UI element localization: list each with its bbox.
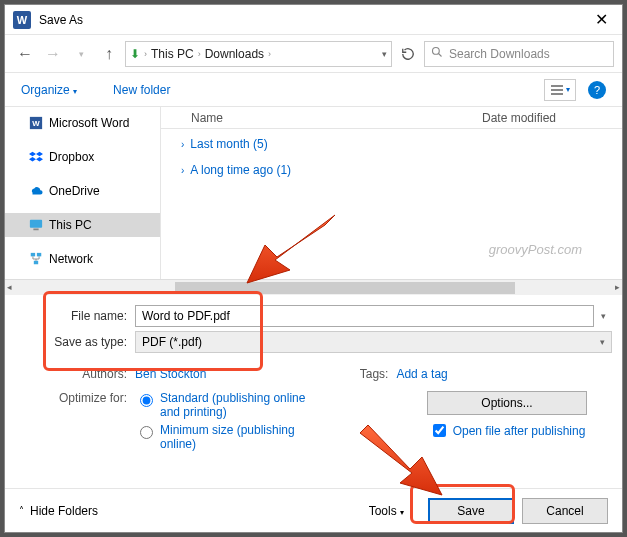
chevron-right-icon: › bbox=[144, 49, 147, 59]
optimize-standard-radio[interactable]: Standard (publishing online and printing… bbox=[135, 391, 310, 419]
svg-rect-10 bbox=[37, 253, 41, 257]
titlebar: W Save As ✕ bbox=[5, 5, 622, 35]
search-input[interactable]: Search Downloads bbox=[424, 41, 614, 67]
view-button[interactable]: ▾ bbox=[544, 79, 576, 101]
watermark: groovyPost.com bbox=[489, 242, 582, 257]
svg-point-0 bbox=[433, 48, 440, 55]
svg-rect-3 bbox=[551, 89, 563, 91]
network-icon bbox=[29, 252, 43, 266]
path-segment[interactable]: This PC bbox=[151, 47, 194, 61]
recent-dropdown[interactable]: ▾ bbox=[69, 42, 93, 66]
cancel-button[interactable]: Cancel bbox=[522, 498, 608, 524]
dialog-title: Save As bbox=[39, 13, 83, 27]
chevron-right-icon: › bbox=[181, 165, 184, 176]
down-arrow-icon: ⬇ bbox=[130, 47, 140, 61]
dropbox-icon bbox=[29, 150, 43, 164]
savetype-label: Save as type: bbox=[15, 335, 135, 349]
svg-rect-9 bbox=[31, 253, 35, 257]
toolbar: Organize ▾ New folder ▾ ? bbox=[5, 73, 622, 107]
tools-menu[interactable]: Tools ▾ bbox=[369, 504, 404, 518]
refresh-button[interactable] bbox=[396, 42, 420, 66]
col-date[interactable]: Date modified bbox=[482, 111, 612, 125]
svg-rect-7 bbox=[30, 220, 42, 228]
optimize-minimum-radio[interactable]: Minimum size (publishing online) bbox=[135, 423, 310, 451]
organize-menu[interactable]: Organize ▾ bbox=[21, 83, 77, 97]
sidebar-item-network[interactable]: Network bbox=[5, 247, 160, 271]
thispc-icon bbox=[29, 218, 43, 232]
col-name[interactable]: Name bbox=[171, 111, 482, 125]
search-icon bbox=[431, 46, 443, 61]
search-placeholder: Search Downloads bbox=[449, 47, 550, 61]
path-dropdown-icon[interactable]: ▾ bbox=[382, 49, 387, 59]
filename-label: File name: bbox=[15, 309, 135, 323]
tags-label: Tags: bbox=[346, 367, 396, 381]
sidebar-item-word[interactable]: W Microsoft Word bbox=[5, 111, 160, 135]
save-form: File name: ▾ Save as type: PDF (*.pdf) ▾ bbox=[5, 295, 622, 363]
word-app-icon: W bbox=[13, 11, 31, 29]
chevron-right-icon: › bbox=[181, 139, 184, 150]
chevron-right-icon: › bbox=[198, 49, 201, 59]
main-area: W Microsoft Word Dropbox OneDrive This P… bbox=[5, 107, 622, 279]
horizontal-scrollbar[interactable]: ◂ ▸ bbox=[5, 279, 622, 295]
close-button[interactable]: ✕ bbox=[589, 10, 614, 29]
back-button[interactable]: ← bbox=[13, 42, 37, 66]
path-segment[interactable]: Downloads bbox=[205, 47, 264, 61]
file-pane: Name Date modified › Last month (5) › A … bbox=[161, 107, 622, 279]
svg-text:W: W bbox=[32, 119, 40, 128]
chevron-up-icon: ˄ bbox=[19, 505, 24, 516]
svg-rect-11 bbox=[34, 261, 38, 265]
chevron-right-icon: › bbox=[268, 49, 271, 59]
save-as-dialog: W Save As ✕ ← → ▾ ↑ ⬇ › This PC › Downlo… bbox=[4, 4, 623, 533]
file-group[interactable]: › A long time ago (1) bbox=[161, 155, 622, 181]
svg-line-1 bbox=[439, 54, 442, 57]
filename-input[interactable] bbox=[135, 305, 594, 327]
open-after-checkbox[interactable]: Open file after publishing bbox=[402, 421, 612, 440]
word-icon: W bbox=[29, 116, 43, 130]
authors-label: Authors: bbox=[15, 367, 135, 381]
address-bar[interactable]: ⬇ › This PC › Downloads › ▾ bbox=[125, 41, 392, 67]
savetype-select[interactable]: PDF (*.pdf) ▾ bbox=[135, 331, 612, 353]
svg-rect-4 bbox=[551, 93, 563, 95]
optimize-row: Optimize for: Standard (publishing onlin… bbox=[5, 385, 622, 461]
optimize-label: Optimize for: bbox=[15, 391, 135, 455]
sidebar-item-onedrive[interactable]: OneDrive bbox=[5, 179, 160, 203]
svg-rect-2 bbox=[551, 85, 563, 87]
tags-value[interactable]: Add a tag bbox=[396, 367, 447, 381]
file-header: Name Date modified bbox=[161, 107, 622, 129]
footer: ˄ Hide Folders Tools ▾ Save Cancel bbox=[5, 488, 622, 532]
sidebar-item-dropbox[interactable]: Dropbox bbox=[5, 145, 160, 169]
nav-sidebar: W Microsoft Word Dropbox OneDrive This P… bbox=[5, 107, 161, 279]
meta-row: Authors: Ben Stockton Tags: Add a tag bbox=[5, 363, 622, 385]
nav-bar: ← → ▾ ↑ ⬇ › This PC › Downloads › ▾ Sear… bbox=[5, 35, 622, 73]
svg-rect-8 bbox=[33, 229, 38, 231]
onedrive-icon bbox=[29, 184, 43, 198]
help-button[interactable]: ? bbox=[588, 81, 606, 99]
new-folder-button[interactable]: New folder bbox=[113, 83, 170, 97]
sidebar-item-thispc[interactable]: This PC bbox=[5, 213, 160, 237]
hide-folders-button[interactable]: ˄ Hide Folders bbox=[19, 504, 98, 518]
forward-button[interactable]: → bbox=[41, 42, 65, 66]
options-button[interactable]: Options... bbox=[427, 391, 587, 415]
file-group[interactable]: › Last month (5) bbox=[161, 129, 622, 155]
save-button[interactable]: Save bbox=[428, 498, 514, 524]
authors-value[interactable]: Ben Stockton bbox=[135, 367, 206, 381]
up-button[interactable]: ↑ bbox=[97, 42, 121, 66]
